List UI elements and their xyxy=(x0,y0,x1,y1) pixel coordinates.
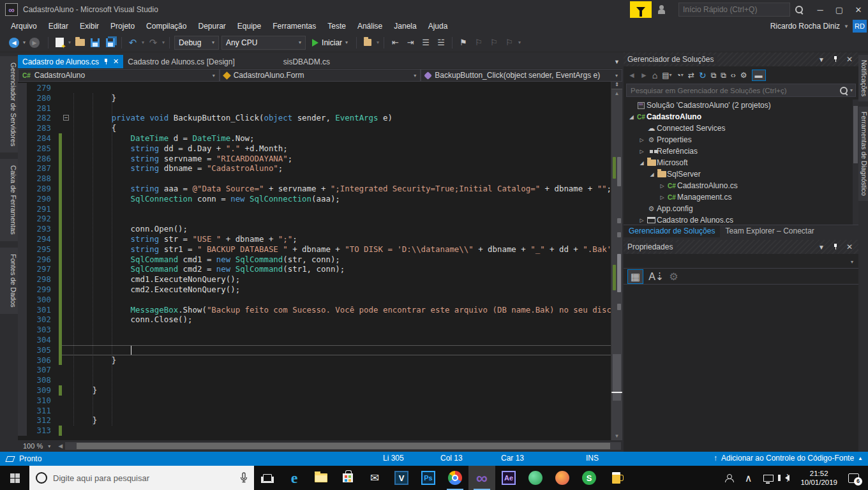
expander-icon[interactable]: ◢ xyxy=(627,114,636,120)
breakpoint-margin[interactable] xyxy=(18,335,27,345)
code-line-311[interactable]: 311 xyxy=(18,406,611,416)
tool-window-tab-notifica-es[interactable]: Notificações xyxy=(858,55,868,101)
tree-item-cadastro-de-alunos-cs[interactable]: ▷Cadastro de Alunos.cs xyxy=(624,214,858,225)
minimize-button[interactable]: ─ xyxy=(811,1,830,18)
scrollbar-thumb[interactable] xyxy=(613,354,621,401)
breakpoint-margin[interactable] xyxy=(18,264,27,274)
menu-projeto[interactable]: Projeto xyxy=(105,20,140,33)
menu-exibir[interactable]: Exibir xyxy=(74,20,105,33)
save-icon[interactable] xyxy=(89,36,101,49)
tree-item-solu-o-cadastroaluno-2-projetos[interactable]: Solução 'CadastroAluno' (2 projetos) xyxy=(624,100,858,111)
bookmark-icon[interactable]: ⚑ xyxy=(457,36,470,49)
code-line-284[interactable]: 284 DateTime d = DateTime.Now; xyxy=(18,133,611,144)
tree-item-app-config[interactable]: ⚙App.config xyxy=(624,203,858,214)
editor-horizontal-scrollbar[interactable] xyxy=(65,442,621,450)
code-line-309[interactable]: 309 } xyxy=(18,385,611,396)
add-to-source-control-button[interactable]: ↑ Adicionar ao Controle do Código-Fonte … xyxy=(714,454,863,463)
solution-search[interactable]: ▾ xyxy=(626,84,856,97)
pin-icon[interactable] xyxy=(103,59,108,64)
breakpoint-margin[interactable] xyxy=(18,415,27,426)
breakpoint-margin[interactable] xyxy=(18,204,27,214)
expander-icon[interactable]: ▷ xyxy=(638,137,646,143)
breakpoint-margin[interactable] xyxy=(18,113,27,123)
tool-window-tab-caixa-de-ferramentas[interactable]: Caixa de Ferramentas xyxy=(0,159,18,241)
code-line-280[interactable]: 280 } xyxy=(18,93,611,103)
breakpoint-margin[interactable] xyxy=(18,325,27,335)
tool-window-tab-gerenciador-de-servidores[interactable]: Gerenciador de Servidores xyxy=(0,56,18,152)
taskbar-file-explorer-icon[interactable] xyxy=(308,466,334,490)
redo-icon[interactable]: ↷ xyxy=(147,36,160,49)
home-icon[interactable]: ⌂ xyxy=(652,70,657,80)
menu-compila-o[interactable]: Compilação xyxy=(140,20,192,33)
breakpoint-margin[interactable] xyxy=(18,234,27,244)
document-tab-cadastro-de-alunos-cs-design[interactable]: Cadastro de Alunos.cs [Design] xyxy=(123,55,239,68)
code-line-304[interactable]: 304 xyxy=(18,335,611,345)
show-hidden-icons-chevron[interactable]: ∧ xyxy=(739,466,758,490)
tree-item-properties[interactable]: ▷⚙Properties xyxy=(624,134,858,145)
taskbar-search[interactable]: Digite aqui para pesquisar xyxy=(29,466,254,490)
tool-window-tab-ferramentas-de-diagn-stico[interactable]: Ferramentas de Diagnóstico xyxy=(858,107,868,201)
menu-janela[interactable]: Janela xyxy=(388,20,422,33)
scroll-down-icon[interactable]: ▼ xyxy=(611,433,622,439)
breakpoint-margin[interactable] xyxy=(18,154,27,164)
breakpoint-margin[interactable] xyxy=(18,144,27,154)
code-line-282[interactable]: 282− private void BackupButton_Click(obj… xyxy=(18,113,611,123)
code-line-300[interactable]: 300 xyxy=(18,295,611,305)
notifications-icon[interactable]: 6 xyxy=(842,466,868,490)
tab-list-chevron-icon[interactable]: ▼ xyxy=(614,59,620,65)
tool-window-tab-fontes-de-dados[interactable]: Fontes de Dados xyxy=(0,248,18,314)
expander-icon[interactable]: ◢ xyxy=(648,172,656,177)
scroll-left-icon[interactable]: ◀ xyxy=(58,443,63,449)
code-line-313[interactable]: 313 xyxy=(18,426,611,436)
close-icon[interactable]: ✕ xyxy=(844,242,855,251)
solution-explorer-header[interactable]: Gerenciador de Soluções ▼ ✕ xyxy=(624,52,858,66)
expander-icon[interactable]: ▷ xyxy=(658,183,666,189)
breakpoint-margin[interactable] xyxy=(18,315,27,325)
expander-icon[interactable]: ▷ xyxy=(638,149,646,154)
menu-ajuda[interactable]: Ajuda xyxy=(423,20,454,33)
code-line-294[interactable]: 294 string str = "USE " + dbname + ";"; xyxy=(18,234,611,244)
code-line-303[interactable]: 303 xyxy=(18,325,611,335)
tree-item-sqlserver[interactable]: ◢SqlServer xyxy=(624,168,858,180)
restore-button[interactable]: ▢ xyxy=(830,1,849,18)
expander-icon[interactable]: ▷ xyxy=(658,195,666,200)
code-line-312[interactable]: 312 } xyxy=(18,415,611,426)
breakpoint-margin[interactable] xyxy=(18,406,27,416)
send-feedback-icon[interactable] xyxy=(658,4,672,15)
breakpoint-margin[interactable] xyxy=(18,255,27,265)
close-button[interactable]: ✕ xyxy=(849,1,868,18)
code-line-287[interactable]: 287 string dbname = "CadastroAluno"; xyxy=(18,163,611,174)
code-line-286[interactable]: 286 string servname = "RICARDODAYANA"; xyxy=(18,154,611,164)
breakpoint-margin[interactable] xyxy=(18,214,27,224)
menu-depurar[interactable]: Depurar xyxy=(192,20,231,33)
property-pages-icon[interactable]: ⚙ xyxy=(669,271,678,283)
taskbar-android-studio-icon[interactable] xyxy=(522,466,549,490)
taskbar-store-icon[interactable] xyxy=(334,466,361,490)
menu-teste[interactable]: Teste xyxy=(322,20,352,33)
expander-icon[interactable]: ▷ xyxy=(638,218,646,223)
breakpoint-margin[interactable] xyxy=(18,345,27,355)
taskbar-edge-icon[interactable]: e xyxy=(281,466,308,490)
code-line-283[interactable]: 283 { xyxy=(18,123,611,133)
taskbar-beer-app-icon[interactable] xyxy=(602,466,629,490)
taskbar-task-view-icon[interactable] xyxy=(254,466,281,490)
dock-tab-team-explorer-conectar[interactable]: Team Explorer – Conectar xyxy=(720,225,819,237)
search-icon[interactable] xyxy=(794,4,804,15)
tree-item-cadastroaluno[interactable]: ◢C#CadastroAluno xyxy=(624,111,858,122)
editor-vertical-scrollbar[interactable]: ⇕ ▲ ▼ xyxy=(611,82,622,440)
menu-arquivo[interactable]: Arquivo xyxy=(5,20,43,33)
code-line-293[interactable]: 293 conn.Open(); xyxy=(18,224,611,234)
code-line-291[interactable]: 291 xyxy=(18,204,611,214)
breakpoint-margin[interactable] xyxy=(18,83,27,93)
code-line-301[interactable]: 301 MessageBox.Show("Backup feito com Su… xyxy=(18,305,611,315)
breakpoint-margin[interactable] xyxy=(18,224,27,234)
breakpoint-margin[interactable] xyxy=(18,295,27,305)
code-line-305[interactable]: 305 xyxy=(18,345,611,355)
tree-item-refer-ncias[interactable]: ▷Referências xyxy=(624,145,858,157)
undo-icon[interactable]: ↶ xyxy=(126,36,139,49)
breakpoint-margin[interactable] xyxy=(18,355,27,366)
properties-header[interactable]: Propriedades ▼ ✕ xyxy=(624,240,858,254)
code-line-298[interactable]: 298 cmd1.ExecuteNonQuery(); xyxy=(18,274,611,285)
chevron-down-icon[interactable]: ▼ xyxy=(816,56,827,63)
code-line-285[interactable]: 285 string dd = d.Day + "." +d.Month; xyxy=(18,144,611,154)
